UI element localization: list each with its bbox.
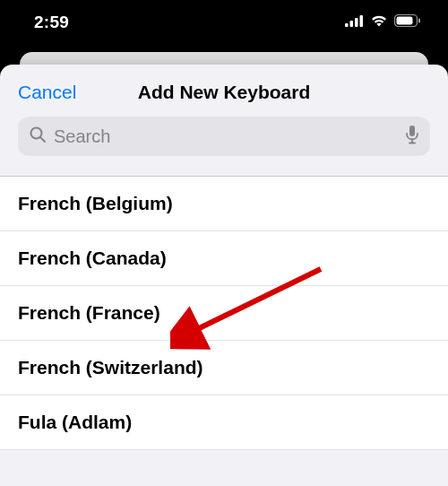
keyboard-name: French (Canada) (18, 247, 167, 268)
list-item[interactable]: French (France) (0, 286, 448, 341)
keyboard-list: French (Belgium) French (Canada) French … (0, 177, 448, 450)
list-item[interactable]: French (Canada) (0, 231, 448, 286)
keyboard-name: French (Switzerland) (18, 357, 203, 378)
status-bar: 2:59 (0, 0, 448, 52)
svg-rect-6 (418, 19, 420, 23)
keyboard-name: Fula (Adlam) (18, 412, 132, 432)
search-icon (29, 126, 47, 147)
svg-rect-1 (350, 21, 354, 27)
cellular-icon (345, 14, 364, 30)
page-title: Add New Keyboard (138, 82, 311, 103)
search-bar[interactable] (18, 117, 430, 156)
list-item[interactable]: French (Belgium) (0, 177, 448, 231)
add-keyboard-modal: Cancel Add New Keyboard French (Belgium)… (0, 65, 448, 486)
search-container (0, 117, 448, 167)
svg-rect-0 (345, 23, 349, 27)
cancel-button[interactable]: Cancel (18, 82, 76, 103)
svg-rect-2 (355, 18, 358, 27)
mic-icon[interactable] (405, 125, 419, 148)
status-time: 2:59 (34, 13, 69, 32)
list-item[interactable]: Fula (Adlam) (0, 395, 448, 450)
svg-rect-5 (397, 17, 413, 25)
svg-line-8 (40, 137, 45, 142)
wifi-icon (370, 14, 388, 30)
battery-icon (394, 14, 421, 30)
modal-header: Cancel Add New Keyboard (0, 65, 448, 117)
search-input[interactable] (54, 126, 398, 147)
svg-rect-3 (360, 15, 364, 27)
list-item[interactable]: French (Switzerland) (0, 341, 448, 395)
keyboard-name: French (Belgium) (18, 193, 173, 213)
status-icons (345, 14, 421, 30)
keyboard-name: French (France) (18, 302, 160, 323)
svg-rect-9 (409, 126, 415, 136)
